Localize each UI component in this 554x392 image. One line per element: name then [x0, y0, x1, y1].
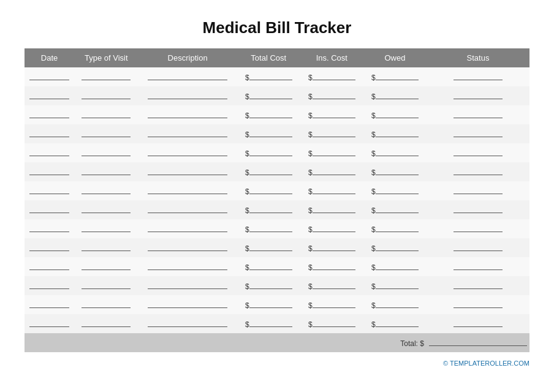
desc-field[interactable]	[148, 129, 227, 137]
total-cost-field[interactable]	[249, 110, 292, 118]
status-field[interactable]	[453, 205, 503, 213]
desc-field[interactable]	[148, 262, 227, 270]
total-cost-field[interactable]	[249, 243, 292, 251]
date-field[interactable]	[29, 91, 69, 99]
status-field[interactable]	[453, 148, 503, 156]
owed-field[interactable]	[376, 186, 419, 194]
status-field[interactable]	[453, 72, 503, 80]
status-field[interactable]	[453, 186, 503, 194]
owed-field[interactable]	[376, 148, 419, 156]
date-field[interactable]	[29, 167, 69, 175]
total-cost-field[interactable]	[249, 129, 292, 137]
total-cost-field[interactable]	[249, 300, 292, 308]
ins-cost-field[interactable]	[313, 129, 355, 137]
desc-field[interactable]	[148, 167, 227, 175]
total-underline-field[interactable]	[429, 337, 527, 346]
owed-field[interactable]	[376, 110, 419, 118]
date-field[interactable]	[29, 129, 69, 137]
date-field[interactable]	[29, 110, 69, 118]
owed-field[interactable]	[376, 167, 419, 175]
status-field[interactable]	[453, 224, 503, 232]
visit-field[interactable]	[82, 300, 131, 308]
visit-field[interactable]	[82, 224, 131, 232]
desc-field[interactable]	[148, 186, 227, 194]
visit-field[interactable]	[82, 72, 131, 80]
status-field[interactable]	[453, 91, 503, 99]
total-cost-field[interactable]	[249, 205, 292, 213]
visit-field[interactable]	[82, 318, 131, 327]
ins-cost-field[interactable]	[313, 148, 355, 156]
owed-field[interactable]	[376, 129, 419, 137]
status-field[interactable]	[453, 281, 503, 289]
desc-field[interactable]	[148, 72, 227, 80]
visit-field[interactable]	[82, 91, 131, 99]
ins-cost-field[interactable]	[313, 72, 355, 80]
status-field[interactable]	[453, 110, 503, 118]
date-field[interactable]	[29, 243, 69, 251]
status-field[interactable]	[453, 167, 503, 175]
date-field[interactable]	[29, 72, 69, 80]
owed-field[interactable]	[376, 91, 419, 99]
status-field[interactable]	[453, 129, 503, 137]
total-cost-field[interactable]	[249, 148, 292, 156]
visit-field[interactable]	[82, 262, 131, 270]
status-field[interactable]	[453, 300, 503, 308]
visit-field[interactable]	[82, 243, 131, 251]
visit-field[interactable]	[82, 110, 131, 118]
desc-field[interactable]	[148, 224, 227, 232]
owed-field[interactable]	[376, 262, 419, 270]
visit-field[interactable]	[82, 148, 131, 156]
date-field[interactable]	[29, 224, 69, 232]
ins-cost-field[interactable]	[313, 224, 355, 232]
status-cell	[427, 257, 529, 276]
total-cost-field[interactable]	[249, 91, 292, 99]
date-field[interactable]	[29, 186, 69, 194]
owed-field[interactable]	[376, 205, 419, 213]
visit-field[interactable]	[82, 167, 131, 175]
desc-field[interactable]	[148, 91, 227, 99]
ins-cost-field[interactable]	[313, 91, 355, 99]
owed-field[interactable]	[376, 243, 419, 251]
total-cost-field[interactable]	[249, 186, 292, 194]
owed-field[interactable]	[376, 224, 419, 232]
ins-cost-field[interactable]	[313, 262, 355, 270]
desc-field[interactable]	[148, 281, 227, 289]
visit-field[interactable]	[82, 281, 131, 289]
visit-field[interactable]	[82, 129, 131, 137]
status-field[interactable]	[453, 243, 503, 251]
date-field[interactable]	[29, 318, 69, 327]
total-cost-field[interactable]	[249, 72, 292, 80]
desc-field[interactable]	[148, 318, 227, 327]
ins-cost-field[interactable]	[313, 300, 355, 308]
owed-field[interactable]	[376, 281, 419, 289]
status-field[interactable]	[453, 262, 503, 270]
total-cost-field[interactable]	[249, 167, 292, 175]
ins-cost-field[interactable]	[313, 243, 355, 251]
ins-cost-field[interactable]	[313, 205, 355, 213]
total-cost-field[interactable]	[249, 281, 292, 289]
date-field[interactable]	[29, 205, 69, 213]
date-field[interactable]	[29, 148, 69, 156]
ins-cost-field[interactable]	[313, 281, 355, 289]
owed-field[interactable]	[376, 318, 419, 327]
ins-cost-field[interactable]	[313, 110, 355, 118]
date-field[interactable]	[29, 281, 69, 289]
date-field[interactable]	[29, 300, 69, 308]
visit-field[interactable]	[82, 205, 131, 213]
desc-field[interactable]	[148, 205, 227, 213]
status-field[interactable]	[453, 318, 503, 327]
desc-field[interactable]	[148, 110, 227, 118]
total-cost-field[interactable]	[249, 262, 292, 270]
total-cost-field[interactable]	[249, 318, 292, 327]
ins-cost-field[interactable]	[313, 186, 355, 194]
date-field[interactable]	[29, 262, 69, 270]
desc-field[interactable]	[148, 300, 227, 308]
desc-field[interactable]	[148, 243, 227, 251]
ins-cost-field[interactable]	[313, 167, 355, 175]
total-cost-field[interactable]	[249, 224, 292, 232]
ins-cost-field[interactable]	[313, 318, 355, 327]
desc-field[interactable]	[148, 148, 227, 156]
owed-field[interactable]	[376, 300, 419, 308]
visit-field[interactable]	[82, 186, 131, 194]
owed-field[interactable]	[376, 72, 419, 80]
